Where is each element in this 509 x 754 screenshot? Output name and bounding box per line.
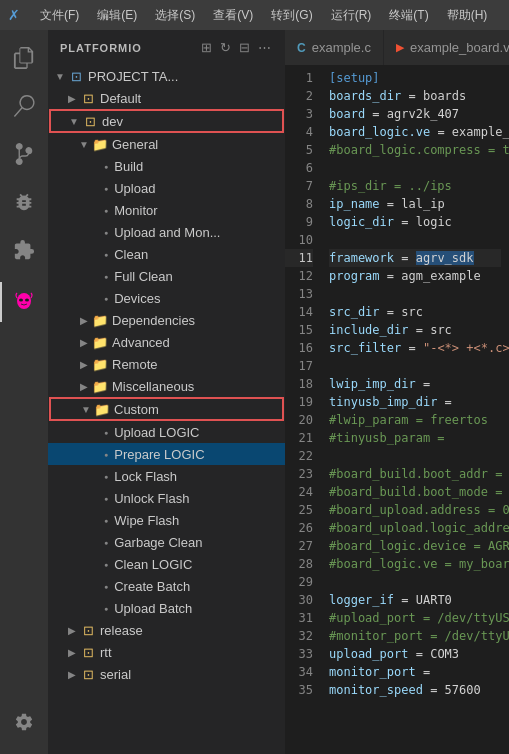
sidebar-action-new-terminal[interactable]: ⊞ [199, 38, 214, 57]
tree-rtt[interactable]: ▶ ⊡ rtt [48, 641, 285, 663]
env-icon: ⊡ [80, 623, 96, 638]
chevron-down-icon: ▼ [66, 116, 82, 127]
tab-label: example.c [312, 40, 371, 55]
tree-garbage-clean[interactable]: ● Garbage Clean [48, 531, 285, 553]
code-line-5: #board_logic.compress = tr [329, 141, 501, 159]
activity-platformio[interactable] [0, 278, 48, 326]
code-line-24: #board_build.boot_mode = s [329, 483, 501, 501]
activity-search[interactable] [0, 82, 48, 130]
tree-monitor[interactable]: ● Monitor [48, 199, 285, 221]
activity-explorer[interactable] [0, 34, 48, 82]
tree-item-label: Create Batch [114, 579, 190, 594]
tree-miscellaneous[interactable]: ▶ 📁 Miscellaneous [48, 375, 285, 397]
code-line-7: #ips_dir = ../ips [329, 177, 501, 195]
code-line-11: framework = agrv_sdk [329, 249, 501, 267]
menu-bar: 文件(F) 编辑(E) 选择(S) 查看(V) 转到(G) 运行(R) 终端(T… [32, 0, 495, 30]
tree-item-label: Unlock Flash [114, 491, 189, 506]
activity-debug[interactable] [0, 178, 48, 226]
menu-file[interactable]: 文件(F) [32, 0, 87, 30]
tree-upload-monitor[interactable]: ● Upload and Mon... [48, 221, 285, 243]
tree-item-label: Upload Batch [114, 601, 192, 616]
tree-upload-logic[interactable]: ● Upload LOGIC [48, 421, 285, 443]
tree-build[interactable]: ● Build [48, 155, 285, 177]
chevron-down-icon: ▼ [76, 139, 92, 150]
tree-serial[interactable]: ▶ ⊡ serial [48, 663, 285, 685]
tree-item-label: Remote [112, 357, 158, 372]
menu-select[interactable]: 选择(S) [147, 0, 203, 30]
tab-example-c[interactable]: C example.c [285, 30, 384, 65]
tree-upload[interactable]: ● Upload [48, 177, 285, 199]
folder-icon: 📁 [92, 379, 108, 394]
tree-item-label: Garbage Clean [114, 535, 202, 550]
code-content[interactable]: [setup] boards_dir = boards board = agrv… [321, 65, 509, 754]
code-line-21: #tinyusb_param = [329, 429, 501, 447]
c-file-icon: C [297, 41, 306, 55]
tree-item-label: Build [114, 159, 143, 174]
chevron-down-icon: ▼ [52, 71, 68, 82]
folder-icon: 📁 [92, 357, 108, 372]
code-line-10 [329, 231, 501, 249]
tree-item-label: Upload and Mon... [114, 225, 220, 240]
folder-icon: 📁 [92, 313, 108, 328]
chevron-down-icon: ▼ [78, 404, 94, 415]
tree-wipe-flash[interactable]: ● Wipe Flash [48, 509, 285, 531]
code-line-3: board = agrv2k_407 [329, 105, 501, 123]
tree-item-label: Lock Flash [114, 469, 177, 484]
tree-general[interactable]: ▼ 📁 General [48, 133, 285, 155]
tree-advanced[interactable]: ▶ 📁 Advanced [48, 331, 285, 353]
code-line-33: upload_port = COM3 [329, 645, 501, 663]
menu-run[interactable]: 运行(R) [323, 0, 380, 30]
tree-project-root[interactable]: ▼ ⊡ PROJECT TA... [48, 65, 285, 87]
tree-full-clean[interactable]: ● Full Clean [48, 265, 285, 287]
tree-devices[interactable]: ● Devices [48, 287, 285, 309]
tree-remote[interactable]: ▶ 📁 Remote [48, 353, 285, 375]
tree-clean-logic[interactable]: ● Clean LOGIC [48, 553, 285, 575]
code-line-28: #board_logic.ve = my_board [329, 555, 501, 573]
tree-item-label: Advanced [112, 335, 170, 350]
menu-help[interactable]: 帮助(H) [439, 0, 496, 30]
tree-prepare-logic[interactable]: ● Prepare LOGIC [48, 443, 285, 465]
tree-upload-batch[interactable]: ● Upload Batch [48, 597, 285, 619]
sidebar-action-refresh[interactable]: ↻ [218, 38, 233, 57]
code-line-14: src_dir = src [329, 303, 501, 321]
activity-source-control[interactable] [0, 130, 48, 178]
tab-example-board[interactable]: ▶ example_board.ve [384, 30, 509, 65]
menu-goto[interactable]: 转到(G) [263, 0, 320, 30]
tree-release[interactable]: ▶ ⊡ release [48, 619, 285, 641]
tree-dependencies[interactable]: ▶ 📁 Dependencies [48, 309, 285, 331]
tree-item-label: dev [102, 114, 123, 129]
code-line-18: lwip_imp_dir = [329, 375, 501, 393]
tree-unlock-flash[interactable]: ● Unlock Flash [48, 487, 285, 509]
tree-item-label: serial [100, 667, 131, 682]
menu-terminal[interactable]: 终端(T) [381, 0, 436, 30]
chevron-right-icon: ▶ [76, 337, 92, 348]
tree-item-label: Custom [114, 402, 159, 417]
code-line-13 [329, 285, 501, 303]
code-line-31: #upload_port = /dev/ttyUSB [329, 609, 501, 627]
tree-dev[interactable]: ▼ ⊡ dev [50, 110, 283, 132]
chevron-right-icon: ▶ [64, 669, 80, 680]
tree-item-label: Wipe Flash [114, 513, 179, 528]
activity-extensions[interactable] [0, 226, 48, 274]
tree-custom[interactable]: ▼ 📁 Custom [50, 398, 283, 420]
folder-icon: 📁 [92, 137, 108, 152]
menu-view[interactable]: 查看(V) [205, 0, 261, 30]
tree-item-label: Full Clean [114, 269, 173, 284]
tree-create-batch[interactable]: ● Create Batch [48, 575, 285, 597]
code-line-17 [329, 357, 501, 375]
tree-lock-flash[interactable]: ● Lock Flash [48, 465, 285, 487]
sidebar-action-more[interactable]: ⋯ [256, 38, 273, 57]
sidebar-title: PLATFORMIO [60, 42, 193, 54]
tree-default[interactable]: ▶ ⊡ Default [48, 87, 285, 109]
editor-content[interactable]: 12345 678910 11 1213141516 1718192021 22… [285, 65, 509, 754]
tree-item-label: Upload [114, 181, 155, 196]
tree-item-label: release [100, 623, 143, 638]
code-line-29 [329, 573, 501, 591]
sidebar-action-collapse[interactable]: ⊟ [237, 38, 252, 57]
activity-settings[interactable] [0, 698, 48, 746]
chevron-right-icon: ▶ [64, 647, 80, 658]
tree-clean[interactable]: ● Clean [48, 243, 285, 265]
tree-item-label: Default [100, 91, 141, 106]
sidebar-actions: ⊞ ↻ ⊟ ⋯ [199, 38, 273, 57]
menu-edit[interactable]: 编辑(E) [89, 0, 145, 30]
